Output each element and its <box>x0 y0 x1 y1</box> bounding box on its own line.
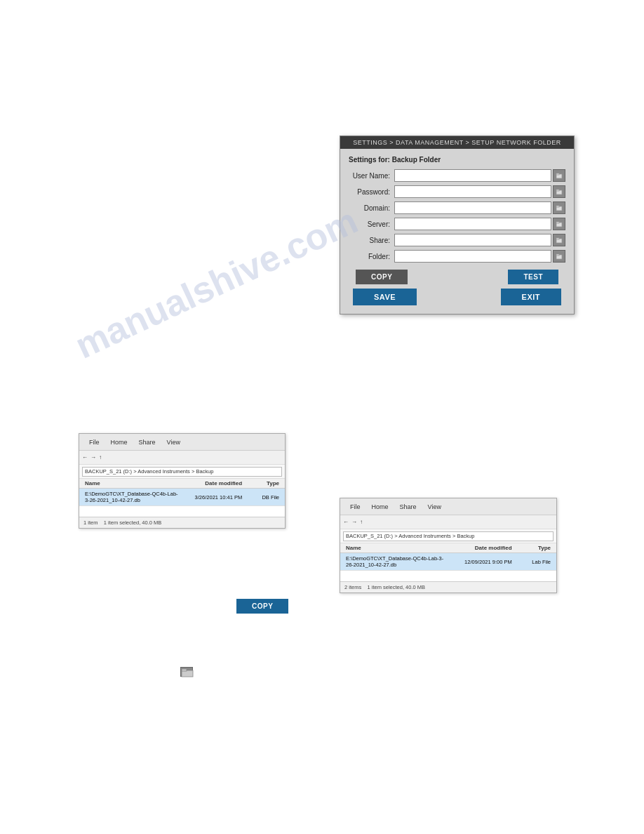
username-input[interactable] <box>394 169 551 182</box>
fe-right-file-name: E:\DemoGTC\XT_Database-QC4b-Lab-3-26-202… <box>346 555 445 568</box>
dialog-titlebar: SETTINGS > DATA MANAGEMENT > SETUP NETWO… <box>340 136 574 149</box>
fe-left-address-text[interactable]: BACKUP_S_21 (D:) > Advanced Instruments … <box>82 467 282 477</box>
folder-browse-btn[interactable] <box>553 250 565 263</box>
fe-left-file-type: DB File <box>248 494 279 501</box>
exit-button[interactable]: EXIT <box>501 289 561 305</box>
domain-input-wrap <box>394 201 565 214</box>
fe-right-statusbar: 2 items 1 item selected, 40.0 MB <box>340 581 556 593</box>
domain-browse-btn[interactable] <box>553 201 565 214</box>
share-input-wrap <box>394 234 565 246</box>
fe-right-toolbar: ← → ↑ <box>340 515 556 529</box>
password-browse-btn[interactable] <box>553 185 565 198</box>
fe-right-status-text: 2 items 1 item selected, 40.0 MB <box>344 584 425 590</box>
fe-left-col-modified-header: Date modified <box>180 480 248 486</box>
share-input[interactable] <box>394 234 551 246</box>
fe-left-statusbar: 1 item 1 item selected, 40.0 MB <box>79 517 285 528</box>
copy-test-row: COPY TEST <box>349 270 565 284</box>
svg-rect-1 <box>556 173 559 175</box>
domain-row: Domain: <box>349 201 565 214</box>
username-row: User Name: <box>349 169 565 182</box>
svg-rect-3 <box>556 190 559 191</box>
fe-left-col-name-header: Name <box>85 480 180 486</box>
svg-rect-11 <box>556 254 559 256</box>
fe-right-tab-view[interactable]: View <box>422 502 447 512</box>
share-browse-btn[interactable] <box>553 234 565 246</box>
fe-right-file-row[interactable]: E:\DemoGTC\XT_Database-QC4b-Lab-3-26-202… <box>340 553 556 571</box>
domain-input[interactable] <box>394 201 551 214</box>
fe-right-tab-share[interactable]: Share <box>394 502 422 512</box>
fe-left-titlebar: File Home Share View <box>79 434 285 451</box>
domain-label: Domain: <box>349 204 394 212</box>
password-input-wrap <box>394 185 565 198</box>
folder-icon <box>556 220 563 227</box>
share-row: Share: <box>349 234 565 246</box>
fe-left-file-row[interactable]: E:\DemoGTC\XT_Database-QC4b-Lab-3-26-202… <box>79 489 285 506</box>
server-browse-btn[interactable] <box>553 218 565 230</box>
folder-label: Folder: <box>349 253 394 260</box>
fe-right-nav-up[interactable]: ↑ <box>360 519 363 525</box>
folder-row: Folder: <box>349 250 565 263</box>
fe-right-tab-home[interactable]: Home <box>366 502 394 512</box>
fe-left-file-modified: 3/26/2021 10:41 PM <box>180 494 248 501</box>
fe-right-address-text[interactable]: BACKUP_S_21 (D:) > Advanced Instruments … <box>343 531 554 541</box>
copy-button[interactable]: COPY <box>356 270 408 284</box>
fe-left-nav-back[interactable]: ← <box>82 454 88 461</box>
folder-icon <box>556 172 563 179</box>
fe-left-toolbar: ← → ↑ <box>79 451 285 465</box>
fe-left-addressbar: BACKUP_S_21 (D:) > Advanced Instruments … <box>79 465 285 479</box>
fe-right-nav-back[interactable]: ← <box>343 519 349 525</box>
password-input[interactable] <box>394 185 551 198</box>
fe-right-file-modified: 12/09/2021 9:00 PM <box>445 559 518 565</box>
fe-left-nav-fwd[interactable]: → <box>90 454 96 461</box>
username-browse-btn[interactable] <box>553 169 565 182</box>
server-input[interactable] <box>394 218 551 230</box>
folder-input[interactable] <box>394 250 551 263</box>
fe-right-col-modified-header: Date modified <box>445 545 518 551</box>
password-label: Password: <box>349 188 394 196</box>
dialog-body: Settings for: Backup Folder User Name: P… <box>340 149 574 314</box>
setup-network-folder-dialog: SETTINGS > DATA MANAGEMENT > SETUP NETWO… <box>340 135 575 315</box>
fe-left-tab-view[interactable]: View <box>161 437 186 447</box>
fe-left-column-header: Name Date modified Type <box>79 479 285 489</box>
small-folder-icon <box>180 667 193 677</box>
test-button[interactable]: TEST <box>508 270 558 284</box>
svg-rect-13 <box>182 669 187 671</box>
folder-small-icon <box>181 668 194 677</box>
fe-right-nav-fwd[interactable]: → <box>351 519 357 525</box>
fe-left-nav-up[interactable]: ↑ <box>99 454 102 461</box>
fe-left-tab-share[interactable]: Share <box>133 437 161 447</box>
fe-right-column-header: Name Date modified Type <box>340 543 556 553</box>
fe-right-content: E:\DemoGTC\XT_Database-QC4b-Lab-3-26-202… <box>340 553 556 581</box>
server-label: Server: <box>349 220 394 228</box>
fe-left-tab-file[interactable]: File <box>83 437 105 447</box>
folder-icon <box>556 188 563 195</box>
fe-right-file-type: Lab File <box>518 559 551 565</box>
server-row: Server: <box>349 218 565 230</box>
copy-standalone-button[interactable]: COPY <box>236 599 288 614</box>
fe-right-titlebar: File Home Share View <box>340 498 556 515</box>
fe-left-file-name: E:\DemoGTC\XT_Database-QC4b-Lab-3-26-202… <box>85 491 180 503</box>
svg-rect-7 <box>556 222 559 223</box>
save-exit-row: SAVE EXIT <box>349 289 565 305</box>
save-button[interactable]: SAVE <box>353 289 417 305</box>
fe-left-tab-home[interactable]: Home <box>105 437 133 447</box>
fe-left-status-text: 1 item 1 item selected, 40.0 MB <box>83 519 161 526</box>
password-row: Password: <box>349 185 565 198</box>
svg-rect-9 <box>556 238 559 239</box>
folder-icon <box>556 253 563 260</box>
folder-icon <box>556 204 563 211</box>
dialog-section-title: Settings for: Backup Folder <box>349 156 565 164</box>
fe-left-col-type-header: Type <box>248 480 279 486</box>
fe-right-addressbar: BACKUP_S_21 (D:) > Advanced Instruments … <box>340 529 556 543</box>
fe-right-col-type-header: Type <box>518 545 551 551</box>
folder-input-wrap <box>394 250 565 263</box>
fe-right-tab-file[interactable]: File <box>344 502 366 512</box>
folder-icon <box>556 237 563 244</box>
server-input-wrap <box>394 218 565 230</box>
username-label: User Name: <box>349 172 394 180</box>
file-explorer-left: File Home Share View ← → ↑ BACKUP_S_21 (… <box>79 433 286 529</box>
fe-left-content: E:\DemoGTC\XT_Database-QC4b-Lab-3-26-202… <box>79 489 285 517</box>
svg-rect-5 <box>556 206 559 207</box>
file-explorer-right: File Home Share View ← → ↑ BACKUP_S_21 (… <box>340 498 557 593</box>
username-input-wrap <box>394 169 565 182</box>
